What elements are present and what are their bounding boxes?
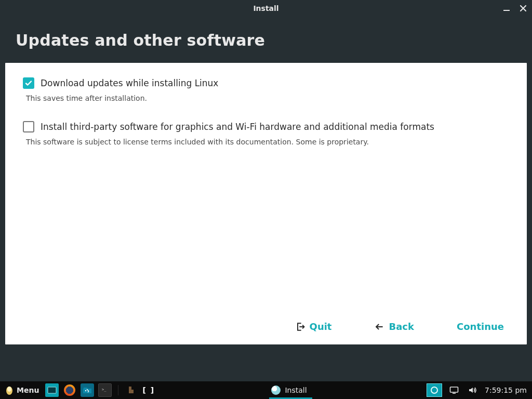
taskbar-right: 7:59:15 pm [427,383,532,397]
penguin-icon [5,385,14,395]
tray-displays-icon[interactable] [447,383,461,397]
continue-button[interactable]: Continue [457,321,504,332]
installer-window: Install Updates and other software Dow [0,0,532,374]
option-third-party: Install third-party software for graphic… [23,121,509,146]
tray-clock[interactable]: 7:59:15 pm [485,386,527,394]
workspace-indicator[interactable]: [ ] [142,386,155,394]
button-row: Quit Back Continue [23,321,509,332]
launcher-tile[interactable] [427,383,442,397]
page-title: Updates and other software [16,31,516,49]
task-label: Install [285,386,307,394]
page-header: Updates and other software [0,17,532,63]
boot-icon[interactable] [125,383,138,397]
svg-rect-3 [48,387,56,393]
content-panel: Download updates while installing Linux … [5,63,527,344]
option-download-updates: Download updates while installing Linux … [23,77,509,102]
close-button[interactable] [518,4,528,13]
quit-button[interactable]: Quit [295,321,332,332]
terminal-icon[interactable]: >_ [98,383,112,397]
window-controls [502,0,528,17]
back-label: Back [389,321,414,332]
svg-rect-0 [503,10,510,11]
task-install[interactable]: Install [267,381,314,399]
minimize-button[interactable] [502,4,511,13]
desktop: Install Updates and other software Dow [0,0,532,399]
svg-point-2 [7,387,11,392]
file-manager-icon[interactable] [81,383,94,397]
tray-volume-icon[interactable] [466,383,480,397]
start-menu[interactable]: Menu [3,385,41,395]
taskbar-left: Menu >_ [ ] [0,383,155,397]
checkbox-download-updates[interactable] [23,77,34,89]
quit-label: Quit [310,321,332,332]
spacer [23,155,509,321]
show-desktop-icon[interactable] [45,383,59,397]
desc-third-party: This software is subject to license term… [26,138,509,146]
svg-text:>_: >_ [102,388,107,392]
window-title: Install [253,4,278,12]
titlebar[interactable]: Install [0,0,532,17]
label-third-party[interactable]: Install third-party software for graphic… [41,122,434,132]
taskbar-center: Install [155,381,427,399]
menu-label: Menu [17,386,39,394]
continue-label: Continue [457,321,504,332]
svg-point-5 [85,390,86,391]
exit-icon [295,322,305,332]
back-button[interactable]: Back [374,321,414,332]
svg-rect-7 [450,387,458,392]
taskbar-separator [118,385,118,395]
taskbar: Menu >_ [ ] Install [0,381,532,399]
checkbox-third-party[interactable] [23,121,34,132]
label-download-updates[interactable]: Download updates while installing Linux [41,78,218,88]
desc-download-updates: This saves time after installation. [26,94,509,102]
arrow-left-icon [374,322,384,332]
installer-app-icon [271,385,281,395]
firefox-icon[interactable] [63,383,76,397]
ring-icon [431,387,438,394]
